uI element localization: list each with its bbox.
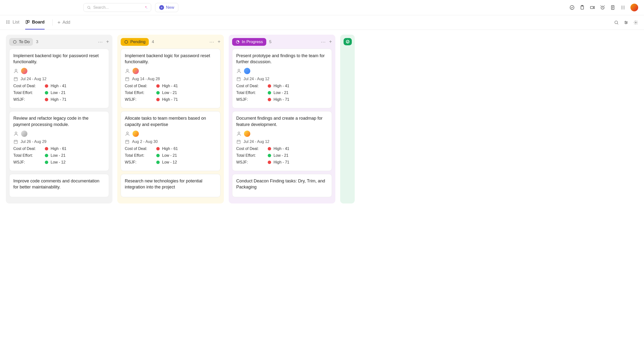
check-circle-icon[interactable] <box>570 5 575 10</box>
svg-point-24 <box>6 22 7 22</box>
priority-dot-icon <box>268 84 271 88</box>
date-row: Aug 2 - Aug 30 <box>125 139 216 144</box>
custom-field-row: Total Effort: Low - 21 <box>236 90 328 95</box>
plus-icon: + <box>58 20 60 26</box>
svg-rect-61 <box>237 78 240 81</box>
column-status-pill[interactable]: To Do <box>9 38 33 46</box>
add-view-button[interactable]: + Add <box>52 20 70 26</box>
ai-sparkle-icon[interactable] <box>144 6 148 10</box>
search-view-icon[interactable] <box>614 20 619 25</box>
assignee-avatar[interactable] <box>21 130 28 137</box>
column-more-icon[interactable]: ⋯ <box>98 39 103 45</box>
calendar-icon <box>13 139 18 144</box>
card-title: Conduct Deacon Finding tasks: Dry, Trim,… <box>236 178 328 190</box>
new-button[interactable]: + New <box>155 3 178 12</box>
svg-point-35 <box>626 23 626 24</box>
column-todo: To Do 3 ⋯ + Implement backend logic for … <box>6 35 112 204</box>
column-count: 3 <box>36 40 38 44</box>
card-title: Implement backend logic for password res… <box>13 53 105 65</box>
column-progress: In Progress 5 ⋯ + Present prototype and … <box>229 35 335 204</box>
column-label: To Do <box>19 40 30 44</box>
custom-field-row: WSJF: High - 71 <box>13 98 105 102</box>
assignee-avatar[interactable] <box>244 130 250 137</box>
task-card[interactable]: Improve code comments and documentation … <box>9 174 109 197</box>
date-row: Jul 24 - Aug 12 <box>13 76 105 82</box>
field-label: Cost of Deal: <box>13 146 45 151</box>
field-value: High - 41 <box>274 84 289 88</box>
assignee-row <box>236 130 328 137</box>
new-button-label: New <box>166 5 174 10</box>
field-label: WSJF: <box>13 160 45 164</box>
priority-dot-icon <box>156 91 160 94</box>
apps-grid-icon[interactable] <box>620 5 626 10</box>
task-card[interactable]: Implement backend logic for password res… <box>121 49 220 108</box>
task-card[interactable]: Allocate tasks to team members based on … <box>121 111 220 171</box>
task-card[interactable]: Conduct Deacon Finding tasks: Dry, Trim,… <box>232 174 332 197</box>
video-icon[interactable] <box>590 5 595 10</box>
task-card[interactable]: Review and refactor legacy code in the p… <box>9 111 109 171</box>
tab-board-label: Board <box>32 20 44 25</box>
column-add-icon[interactable]: + <box>329 39 332 45</box>
field-label: Cost of Deal: <box>125 84 156 88</box>
search-input[interactable] <box>93 5 142 10</box>
task-card[interactable]: Present prototype and findings to the te… <box>232 49 332 108</box>
calendar-icon <box>125 139 130 144</box>
svg-point-31 <box>625 21 626 22</box>
svg-rect-27 <box>28 20 29 22</box>
custom-field-row: Total Effort: Low - 21 <box>13 153 105 158</box>
column-header: Pending 4 ⋯ + <box>121 38 220 46</box>
assignee-avatar[interactable] <box>132 68 139 74</box>
priority-dot-icon <box>268 160 271 164</box>
field-value: High - 71 <box>274 160 289 164</box>
column-actions: ⋯ + <box>98 39 109 45</box>
tab-list[interactable]: List <box>6 15 20 30</box>
date-row: Jul 24 - Aug 12 <box>236 139 328 144</box>
assignee-avatar[interactable] <box>244 68 250 74</box>
priority-dot-icon <box>45 91 48 94</box>
user-avatar[interactable] <box>630 4 638 12</box>
settings-icon[interactable] <box>633 20 638 25</box>
svg-rect-26 <box>26 20 28 24</box>
task-card[interactable]: Research new technologies for potential … <box>121 174 220 197</box>
column-status-pill[interactable]: Pending <box>121 38 149 46</box>
add-view-label: Add <box>62 20 70 25</box>
field-label: Cost of Deal: <box>13 84 45 88</box>
card-title: Review and refactor legacy code in the p… <box>13 115 105 128</box>
field-label: WSJF: <box>236 98 268 102</box>
filter-icon[interactable] <box>624 20 628 25</box>
card-title: Improve code comments and documentation … <box>13 178 105 190</box>
column-add-icon[interactable]: + <box>218 39 220 45</box>
document-icon[interactable] <box>610 5 616 10</box>
svg-point-49 <box>126 69 128 71</box>
column-status-pill[interactable] <box>344 38 352 45</box>
assignee-avatar[interactable] <box>21 68 28 74</box>
column-add-icon[interactable]: + <box>106 39 109 45</box>
column-more-icon[interactable]: ⋯ <box>209 39 214 45</box>
priority-dot-icon <box>156 98 160 101</box>
custom-field-row: Cost of Deal: High - 41 <box>125 84 216 88</box>
task-card[interactable]: Implement backend logic for password res… <box>9 49 109 108</box>
alarm-icon[interactable] <box>600 5 605 10</box>
field-label: WSJF: <box>13 98 45 102</box>
column-actions: ⋯ + <box>321 39 332 45</box>
svg-point-54 <box>126 132 128 134</box>
priority-dot-icon <box>45 98 48 101</box>
column-status-pill[interactable]: In Progress <box>232 38 266 46</box>
field-label: WSJF: <box>125 160 156 164</box>
svg-rect-50 <box>126 78 129 81</box>
assignee-avatar[interactable] <box>132 130 139 137</box>
tab-board[interactable]: Board <box>25 15 44 30</box>
column-header: To Do 3 ⋯ + <box>9 38 109 46</box>
svg-point-0 <box>88 6 90 8</box>
calendar-icon <box>13 76 18 82</box>
assignee-icon <box>236 68 242 74</box>
custom-field-row: WSJF: High - 71 <box>125 98 216 102</box>
task-card[interactable]: Document findings and create a roadmap f… <box>232 111 332 171</box>
svg-point-2 <box>570 6 574 10</box>
assignee-row <box>236 68 328 74</box>
clipboard-icon[interactable] <box>580 5 585 10</box>
search-input-wrap[interactable] <box>83 3 151 12</box>
column-more-icon[interactable]: ⋯ <box>321 39 326 45</box>
column-label: In Progress <box>242 40 263 44</box>
tab-list-label: List <box>12 20 20 25</box>
